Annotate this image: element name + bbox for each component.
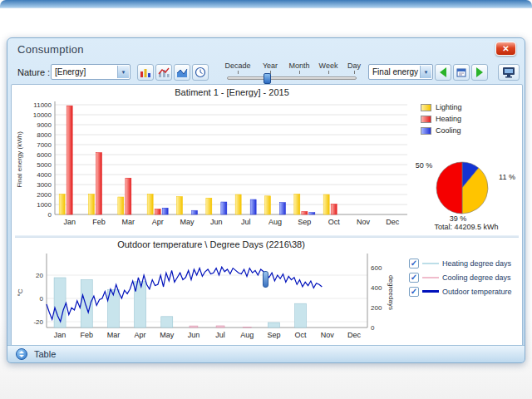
svg-text:Apr: Apr	[135, 331, 146, 339]
legend-label: Heating degree days	[442, 259, 511, 268]
window-titlebar[interactable]: Consumption ✕	[7, 38, 525, 60]
slider-track[interactable]	[227, 76, 357, 80]
pie-total-label: Total: 44209.5 kWh	[411, 223, 522, 231]
svg-text:Dec: Dec	[386, 218, 400, 226]
green-arrow-left-icon	[440, 67, 446, 77]
time-scale-slider[interactable]: Decade Year Month Week Day	[220, 61, 363, 84]
svg-text:Aug: Aug	[268, 218, 282, 226]
svg-text:Sep: Sep	[298, 218, 311, 226]
legend-line-sample-icon	[422, 263, 439, 264]
legend-line-sample-icon	[422, 277, 439, 278]
svg-text:Feb: Feb	[80, 331, 93, 339]
legend-item-cooling: Cooling	[421, 125, 462, 136]
period-label-month: Month	[288, 62, 309, 70]
svg-text:Apr: Apr	[152, 218, 164, 226]
heating-degree-days-checkbox[interactable]: ✓	[409, 259, 419, 268]
legend-item-lighting: Lighting	[421, 101, 462, 113]
svg-text:3000: 3000	[37, 181, 52, 189]
svg-text:11 %: 11 %	[499, 173, 515, 181]
svg-text:50 %: 50 %	[416, 161, 433, 170]
close-icon: ✕	[502, 44, 509, 53]
bar-chart-legend: LightingHeatingCooling	[421, 101, 462, 136]
svg-text:Dec: Dec	[347, 331, 362, 339]
temperature-chart-title: Outdoor temperature \ Degree Days (2216\…	[28, 239, 394, 249]
outdoor-temperature-checkbox[interactable]: ✓	[409, 287, 419, 297]
svg-text:Nov: Nov	[357, 218, 371, 226]
expand-toggle-icon[interactable]	[16, 348, 27, 360]
legend-swatch-icon	[421, 116, 431, 123]
parent-window-titlebar	[0, 0, 532, 8]
temp-legend-item: ✓Outdoor temperature	[409, 284, 512, 298]
period-label-week: Week	[319, 62, 338, 70]
nature-dropdown-value: [Energy]	[55, 67, 86, 76]
slider-tick	[328, 71, 329, 74]
time-view-button[interactable]	[192, 64, 209, 81]
green-arrow-right-icon	[476, 67, 483, 77]
slider-tick	[238, 71, 239, 74]
svg-text:Feb: Feb	[92, 218, 106, 226]
pie-chart-area: 50 %11 %39 %	[411, 156, 522, 223]
energy-dropdown-value: Final energy	[372, 67, 418, 76]
previous-period-button[interactable]	[435, 64, 451, 81]
combo-chart-icon	[158, 66, 170, 78]
legend-label: Lighting	[436, 103, 462, 111]
svg-text:Sep: Sep	[267, 331, 280, 339]
svg-text:2000: 2000	[37, 191, 52, 199]
svg-text:Jan: Jan	[63, 218, 76, 226]
dropdown-arrow-icon[interactable]: ▼	[117, 66, 129, 78]
calendar-button[interactable]	[453, 64, 470, 81]
nature-label: Nature :	[17, 67, 50, 77]
period-label-day: Day	[347, 62, 361, 70]
svg-text:Jan: Jan	[54, 331, 66, 339]
chart-vertical-slider[interactable]	[263, 271, 268, 288]
slider-tick	[299, 71, 300, 74]
window-title: Consumption	[17, 43, 84, 56]
svg-text:Oct: Oct	[328, 218, 341, 226]
svg-text:0: 0	[48, 211, 52, 219]
period-label-year: Year	[263, 62, 278, 70]
svg-text:0: 0	[371, 324, 375, 332]
table-section-label: Table	[34, 349, 56, 359]
close-button[interactable]: ✕	[495, 42, 516, 56]
energy-type-dropdown[interactable]: Final energy ▼	[368, 64, 433, 80]
svg-text:Jun: Jun	[188, 331, 200, 339]
temperature-chart: 200-206004002000JanFebMarAprMayJunJulAug…	[13, 249, 411, 347]
bar-chart-title: Batiment 1 - [Energy] - 2015	[37, 87, 427, 97]
dropdown-arrow-icon[interactable]: ▼	[420, 66, 431, 78]
temp-legend-item: ✓Cooling degree days	[409, 270, 512, 284]
bar-chart: 0100020003000400050006000700080009000100…	[13, 98, 421, 228]
calendar-icon	[456, 66, 467, 78]
svg-text:10000: 10000	[33, 111, 52, 119]
temperature-chart-legend: ✓Heating degree days✓Cooling degree days…	[409, 256, 512, 298]
combo-chart-view-button[interactable]	[155, 64, 172, 81]
legend-swatch-icon	[421, 127, 431, 135]
area-chart-icon	[176, 66, 188, 78]
legend-label: Heating	[436, 115, 461, 123]
desktop-background: Consumption ✕ Nature : [Energy] ▼	[0, 0, 532, 399]
svg-text:9000: 9000	[37, 121, 52, 129]
next-period-button[interactable]	[471, 64, 488, 81]
legend-item-heating: Heating	[421, 113, 462, 125]
panel-splitter[interactable]	[15, 235, 519, 238]
slider-handle[interactable]	[264, 73, 271, 84]
slider-tick	[354, 71, 355, 74]
svg-text:5000: 5000	[37, 161, 52, 169]
svg-text:6000: 6000	[37, 151, 52, 159]
legend-line-sample-icon	[422, 290, 439, 293]
svg-text:-20: -20	[33, 318, 43, 326]
legend-label: Cooling degree days	[442, 273, 511, 282]
bar-chart-view-button[interactable]	[137, 64, 154, 81]
area-chart-view-button[interactable]	[174, 64, 190, 81]
nature-dropdown[interactable]: [Energy] ▼	[51, 64, 131, 80]
svg-text:0: 0	[40, 295, 44, 303]
cooling-degree-days-checkbox[interactable]: ✓	[409, 273, 419, 283]
svg-text:May: May	[160, 331, 175, 339]
consumption-window: Consumption ✕ Nature : [Energy] ▼	[7, 37, 525, 363]
export-view-button[interactable]	[498, 64, 520, 81]
svg-text:8000: 8000	[37, 131, 52, 139]
table-section-bar[interactable]: Table	[7, 345, 525, 362]
svg-text:Mar: Mar	[122, 218, 135, 226]
legend-label: Outdoor temperature	[442, 288, 512, 296]
svg-text:Jul: Jul	[215, 331, 225, 339]
svg-text:400: 400	[371, 284, 382, 292]
